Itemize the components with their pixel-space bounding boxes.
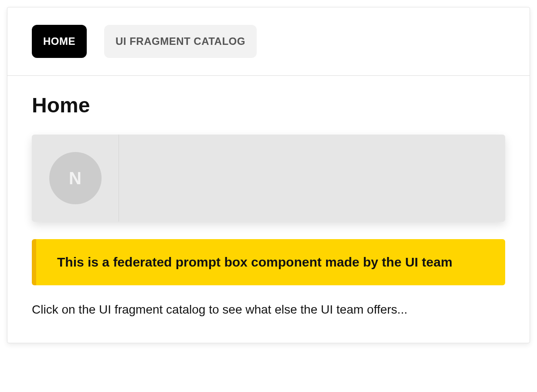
tab-home[interactable]: HOME (32, 25, 87, 58)
tab-bar: HOME UI FRAGMENT CATALOG (7, 7, 530, 76)
banner-text: This is a federated prompt box component… (57, 255, 484, 270)
page-title: Home (32, 93, 505, 117)
prompt-box: N (32, 135, 505, 222)
hint-text: Click on the UI fragment catalog to see … (32, 303, 505, 317)
tab-catalog[interactable]: UI FRAGMENT CATALOG (104, 25, 257, 58)
prompt-body[interactable] (119, 135, 505, 222)
content-area: Home N This is a federated prompt box co… (7, 76, 530, 343)
avatar: N (49, 152, 102, 204)
avatar-initial: N (69, 169, 82, 188)
prompt-avatar-column: N (32, 135, 119, 222)
main-card: HOME UI FRAGMENT CATALOG Home N This is … (7, 7, 530, 343)
info-banner: This is a federated prompt box component… (32, 239, 505, 285)
